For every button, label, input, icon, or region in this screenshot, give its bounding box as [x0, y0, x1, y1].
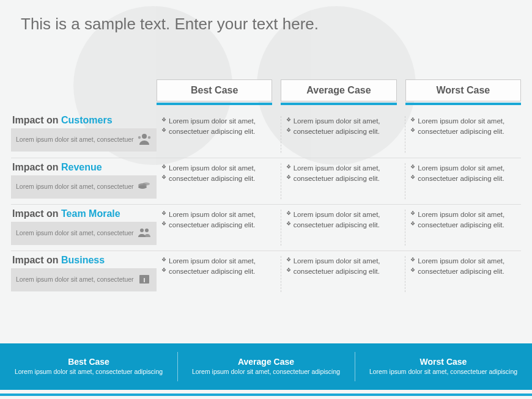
cell-worst: Lorem ipsum dolor sit amet,consectetuer … — [405, 210, 521, 246]
bullet: Lorem ipsum dolor sit amet, — [286, 256, 397, 266]
bullet: consectetuer adipiscing elit. — [161, 126, 272, 137]
row-title-accent: Customers — [61, 115, 113, 125]
svg-point-1 — [138, 136, 141, 139]
row-title: Impact on Revenue — [11, 158, 157, 175]
row-label: Impact on Customers Lorem ipsum dolor si… — [11, 111, 157, 158]
row-title-accent: Team Morale — [61, 208, 120, 219]
bullet: Lorem ipsum dolor sit amet, — [161, 116, 272, 126]
footer-sub: Lorem ipsum dolor sit amet, consectetuer… — [369, 368, 517, 376]
row-title-prefix: Impact on — [12, 115, 61, 125]
row-title-prefix: Impact on — [12, 208, 61, 219]
team-icon — [135, 226, 152, 240]
bullet: Lorem ipsum dolor sit amet, — [161, 163, 272, 174]
row-subtitle-text: Lorem ipsum dolor sit amet, consectetuer — [16, 229, 134, 237]
footer-average: Average Case Lorem ipsum dolor sit amet,… — [177, 343, 355, 390]
cell-best: Lorem ipsum dolor sit amet,consectetuer … — [161, 210, 272, 246]
cell-best: Lorem ipsum dolor sit amet,consectetuer … — [161, 163, 272, 199]
business-icon — [135, 273, 152, 287]
footer-sub: Lorem ipsum dolor sit amet, consectetuer… — [192, 368, 340, 376]
cell-average: Lorem ipsum dolor sit amet,consectetuer … — [281, 116, 397, 153]
bullet: consectetuer adipiscing elit. — [161, 266, 272, 277]
row-title-accent: Revenue — [61, 162, 102, 172]
bullet: Lorem ipsum dolor sit amet, — [410, 163, 521, 174]
footer-sub: Lorem ipsum dolor sit amet, consectetuer… — [15, 368, 163, 376]
rows: Impact on Customers Lorem ipsum dolor si… — [11, 111, 521, 297]
row-cells: Lorem ipsum dolor sit amet,consectetuer … — [157, 251, 521, 297]
row-label: Impact on Revenue Lorem ipsum dolor sit … — [11, 158, 157, 204]
cell-worst: Lorem ipsum dolor sit amet,consectetuer … — [405, 163, 521, 199]
bullet: consectetuer adipiscing elit. — [161, 220, 272, 230]
bullet: Lorem ipsum dolor sit amet, — [286, 116, 397, 126]
column-header-best: Best Case — [157, 79, 272, 101]
row-subtitle: Lorem ipsum dolor sit amet, consectetuer — [11, 128, 157, 152]
footer-title: Average Case — [238, 357, 294, 367]
row-cells: Lorem ipsum dolor sit amet,consectetuer … — [157, 158, 521, 204]
svg-point-2 — [148, 136, 150, 139]
svg-point-5 — [142, 183, 150, 186]
column-header-worst: Worst Case — [405, 79, 521, 101]
bullet: consectetuer adipiscing elit. — [286, 220, 397, 230]
row-cells: Lorem ipsum dolor sit amet,consectetuer … — [157, 111, 521, 158]
row-subtitle: Lorem ipsum dolor sit amet, consectetuer — [11, 175, 157, 199]
row-title: Impact on Business — [11, 251, 157, 268]
row-label: Impact on Business Lorem ipsum dolor sit… — [11, 251, 157, 297]
bullet: Lorem ipsum dolor sit amet, — [161, 256, 272, 266]
row-title-accent: Business — [61, 255, 105, 265]
bullet: consectetuer adipiscing elit. — [410, 126, 521, 137]
revenue-icon — [135, 180, 152, 194]
row-subtitle: Lorem ipsum dolor sit amet, consectetuer — [11, 268, 157, 291]
bullet: Lorem ipsum dolor sit amet, — [410, 116, 521, 126]
footer-worst: Worst Case Lorem ipsum dolor sit amet, c… — [355, 343, 532, 390]
footer-accent-line — [0, 394, 532, 396]
table-row: Impact on Customers Lorem ipsum dolor si… — [11, 111, 521, 158]
bullet: consectetuer adipiscing elit. — [286, 126, 397, 137]
table-row: Impact on Business Lorem ipsum dolor sit… — [11, 251, 521, 297]
cell-worst: Lorem ipsum dolor sit amet,consectetuer … — [405, 116, 521, 153]
cell-average: Lorem ipsum dolor sit amet,consectetuer … — [281, 210, 397, 246]
row-title-prefix: Impact on — [12, 255, 61, 265]
svg-point-7 — [145, 229, 149, 232]
page-title: This is a sample text. Enter your text h… — [21, 15, 319, 34]
cell-worst: Lorem ipsum dolor sit amet,consectetuer … — [405, 256, 521, 292]
cell-average: Lorem ipsum dolor sit amet,consectetuer … — [281, 163, 397, 199]
bullet: consectetuer adipiscing elit. — [410, 174, 521, 184]
cell-best: Lorem ipsum dolor sit amet,consectetuer … — [161, 116, 272, 153]
bullet: Lorem ipsum dolor sit amet, — [286, 163, 397, 174]
row-subtitle-text: Lorem ipsum dolor sit amet, consectetuer — [16, 136, 134, 144]
bullet: consectetuer adipiscing elit. — [161, 174, 272, 184]
bullet: consectetuer adipiscing elit. — [286, 266, 397, 277]
row-subtitle: Lorem ipsum dolor sit amet, consectetuer — [11, 222, 157, 245]
table-row: Impact on Team Morale Lorem ipsum dolor … — [11, 204, 521, 251]
table-row: Impact on Revenue Lorem ipsum dolor sit … — [11, 158, 521, 204]
row-title-prefix: Impact on — [12, 162, 61, 172]
row-title: Impact on Customers — [11, 111, 157, 128]
svg-point-0 — [142, 134, 147, 139]
footer-title: Worst Case — [420, 357, 467, 367]
bullet: Lorem ipsum dolor sit amet, — [286, 210, 397, 220]
customers-icon — [135, 133, 152, 147]
row-subtitle-text: Lorem ipsum dolor sit amet, consectetuer — [16, 276, 134, 284]
bullet: Lorem ipsum dolor sit amet, — [161, 210, 272, 220]
bullet: Lorem ipsum dolor sit amet, — [410, 210, 521, 220]
footer-best: Best Case Lorem ipsum dolor sit amet, co… — [0, 343, 177, 390]
row-title: Impact on Team Morale — [11, 205, 157, 222]
bullet: consectetuer adipiscing elit. — [286, 174, 397, 184]
footer-summary: Best Case Lorem ipsum dolor sit amet, co… — [0, 343, 532, 390]
bullet: Lorem ipsum dolor sit amet, — [410, 256, 521, 266]
footer-title: Best Case — [68, 357, 109, 367]
cell-average: Lorem ipsum dolor sit amet,consectetuer … — [281, 256, 397, 292]
cell-best: Lorem ipsum dolor sit amet,consectetuer … — [161, 256, 272, 292]
row-cells: Lorem ipsum dolor sit amet,consectetuer … — [157, 205, 521, 251]
bullet: consectetuer adipiscing elit. — [410, 266, 521, 277]
bullet: consectetuer adipiscing elit. — [410, 220, 521, 230]
row-label: Impact on Team Morale Lorem ipsum dolor … — [11, 205, 157, 251]
impact-matrix: Best Case Average Case Worst Case Impact… — [11, 79, 521, 297]
svg-rect-9 — [144, 278, 145, 282]
column-header-average: Average Case — [281, 79, 396, 101]
column-headers: Best Case Average Case Worst Case — [157, 79, 521, 101]
row-subtitle-text: Lorem ipsum dolor sit amet, consectetuer — [16, 183, 134, 191]
column-underlines — [157, 103, 521, 105]
svg-point-6 — [140, 229, 144, 232]
